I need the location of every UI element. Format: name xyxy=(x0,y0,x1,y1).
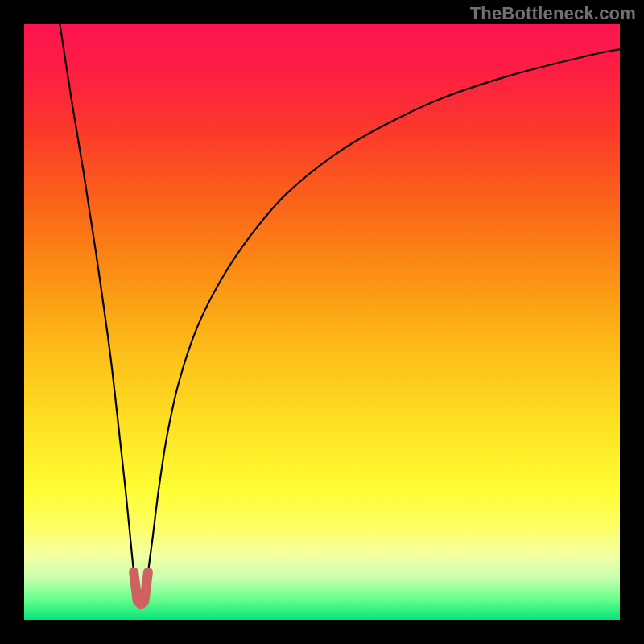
plot-area xyxy=(24,24,620,620)
gradient-background xyxy=(24,24,620,620)
chart-frame: TheBottleneck.com xyxy=(0,0,644,644)
watermark-text: TheBottleneck.com xyxy=(470,3,636,24)
plot-svg xyxy=(24,24,620,620)
